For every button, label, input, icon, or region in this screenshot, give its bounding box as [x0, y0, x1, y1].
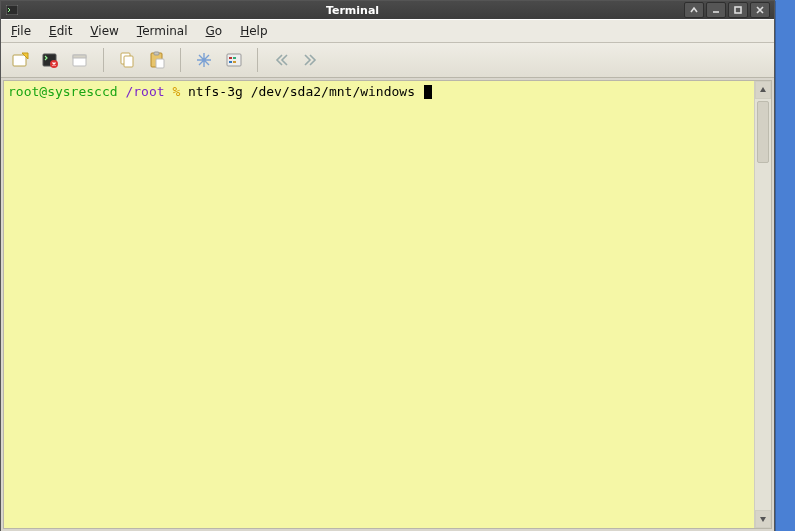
paste-button[interactable] [144, 47, 170, 73]
svg-rect-0 [6, 5, 18, 15]
next-tab-button[interactable] [298, 47, 324, 73]
svg-rect-2 [13, 55, 26, 66]
svg-rect-17 [233, 61, 236, 63]
menubar: File Edit View Terminal Go Help [1, 19, 774, 43]
prompt-symbol: % [172, 84, 180, 99]
svg-rect-16 [229, 61, 232, 63]
close-button[interactable] [750, 2, 770, 18]
copy-button[interactable] [114, 47, 140, 73]
svg-rect-14 [229, 57, 232, 59]
prompt-user: root@sysresccd [8, 84, 118, 99]
scrollbar[interactable] [754, 81, 771, 528]
terminal-area: root@sysresccd /root % ntfs-3g /dev/sda2… [1, 78, 774, 531]
menu-file[interactable]: File [7, 22, 35, 40]
window-title: Terminal [23, 4, 682, 17]
titlebar: Terminal [1, 1, 774, 19]
desktop: Terminal File Edit View Terminal Go Help [0, 0, 795, 531]
minimize-button[interactable] [706, 2, 726, 18]
menu-go[interactable]: Go [202, 22, 227, 40]
maximize-button[interactable] [728, 2, 748, 18]
svg-marker-18 [760, 87, 766, 92]
menu-view[interactable]: View [86, 22, 122, 40]
close-tab-button[interactable] [37, 47, 63, 73]
svg-rect-9 [124, 56, 133, 67]
svg-rect-15 [233, 57, 236, 59]
menu-terminal[interactable]: Terminal [133, 22, 192, 40]
toolbar [1, 43, 774, 78]
svg-rect-7 [73, 55, 86, 58]
new-tab-button[interactable] [7, 47, 33, 73]
fullscreen-button[interactable] [191, 47, 217, 73]
svg-marker-19 [760, 517, 766, 522]
terminal-app-icon [5, 3, 19, 17]
scroll-thumb[interactable] [757, 101, 769, 163]
terminal-output[interactable]: root@sysresccd /root % ntfs-3g /dev/sda2… [4, 81, 754, 528]
svg-rect-12 [156, 59, 164, 68]
new-window-button[interactable] [67, 47, 93, 73]
menu-help[interactable]: Help [236, 22, 271, 40]
terminal-window: Terminal File Edit View Terminal Go Help [0, 0, 775, 531]
svg-rect-11 [154, 52, 159, 55]
prev-tab-button[interactable] [268, 47, 294, 73]
shade-button[interactable] [684, 2, 704, 18]
scroll-up-button[interactable] [755, 81, 771, 99]
toolbar-separator [257, 48, 258, 72]
svg-rect-1 [735, 7, 741, 13]
toolbar-separator [103, 48, 104, 72]
text-cursor [424, 85, 432, 99]
prompt-command: ntfs-3g /dev/sda2/mnt/windows [188, 84, 415, 99]
terminal-frame: root@sysresccd /root % ntfs-3g /dev/sda2… [3, 80, 772, 529]
scroll-down-button[interactable] [755, 510, 771, 528]
menu-edit[interactable]: Edit [45, 22, 76, 40]
toolbar-separator [180, 48, 181, 72]
prompt-path: /root [125, 84, 164, 99]
preferences-button[interactable] [221, 47, 247, 73]
svg-rect-13 [227, 54, 241, 66]
